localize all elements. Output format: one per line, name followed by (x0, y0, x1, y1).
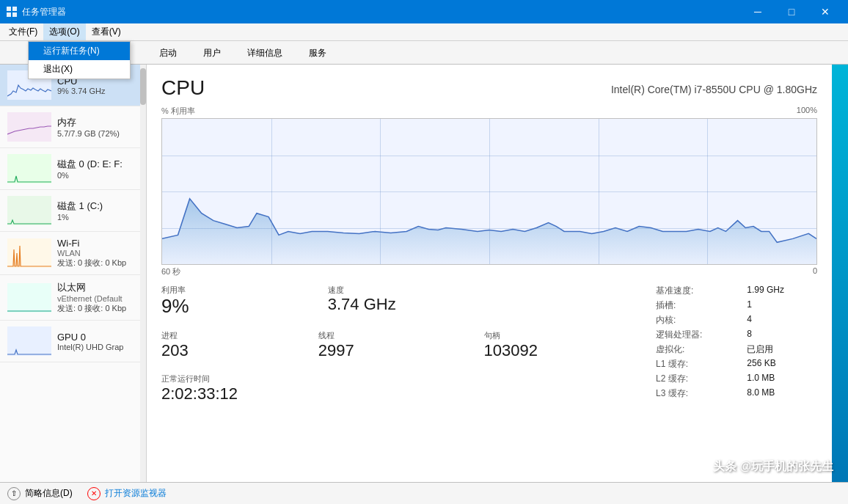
speed-group: 速度 3.74 GHz (328, 285, 517, 317)
tab-services[interactable]: 服务 (296, 42, 339, 64)
tab-details[interactable]: 详细信息 (235, 42, 295, 64)
sidebar-thumb-eth (7, 283, 51, 313)
menu-options[interactable]: 选项(O) (43, 23, 85, 40)
uptime-value: 2:02:33:12 (161, 384, 656, 403)
disk1-sidebar-stat: 1% (57, 213, 139, 222)
grid-vline-3 (489, 119, 490, 264)
svg-rect-0 (7, 7, 11, 11)
main-layout: CPU 9% 3.74 GHz 内存 5.7/7.9 GB (72%) (0, 65, 848, 482)
wifi-sidebar-stat: 发送: 0 接收: 0 Kbp (57, 258, 139, 269)
disk0-sidebar-stat: 0% (57, 171, 139, 180)
monitor-link[interactable]: 打开资源监视器 (105, 487, 167, 500)
status-bar: ⇧ 简略信息(D) ✕ 打开资源监视器 (0, 482, 848, 504)
sidebar-thumb-gpu (7, 326, 51, 356)
chevron-up-icon: ⇧ (7, 487, 21, 500)
status-monitor: ✕ 打开资源监视器 (87, 487, 167, 500)
dropdown-exit[interactable]: 退出(X) (29, 60, 130, 78)
menu-file[interactable]: 文件(F) (3, 23, 43, 40)
uptime-label: 正常运行时间 (161, 373, 656, 384)
uptime-group: 正常运行时间 2:02:33:12 (161, 373, 656, 403)
chart-y-label: % 利用率 (161, 106, 195, 117)
app-icon (6, 6, 18, 18)
sidebar-thumb-disk0 (7, 154, 51, 183)
wifi-sidebar-stat2: WLAN (57, 249, 139, 258)
sockets-value: 1 (747, 299, 817, 312)
svg-rect-3 (12, 12, 17, 17)
sidebar-info-memory: 内存 5.7/7.9 GB (72%) (57, 116, 139, 138)
virt-label: 虚拟化: (656, 343, 735, 356)
thread-group: 线程 2997 (318, 330, 472, 360)
chart-x-right: 0 (813, 266, 817, 277)
sidebar-item-gpu[interactable]: GPU 0 Intel(R) UHD Grap (0, 321, 146, 362)
sidebar-info-wifi: Wi-Fi WLAN 发送: 0 接收: 0 Kbp (57, 238, 139, 269)
disk0-sidebar-name: 磁盘 0 (D: E: F: (57, 158, 139, 171)
summary-label[interactable]: 简略信息(D) (25, 487, 73, 500)
disk1-sidebar-name: 磁盘 1 (C:) (57, 200, 139, 213)
stats-section: 利用率 9% 速度 3.74 GHz 进程 203 线程 299 (161, 285, 817, 409)
content-area: CPU Intel(R) Core(TM) i7-8550U CPU @ 1.8… (147, 65, 832, 482)
cpu-title: CPU (161, 76, 205, 100)
cpu-sidebar-stat: 9% 3.74 GHz (57, 87, 139, 95)
utilization-label: 利用率 (161, 285, 310, 296)
sidebar-thumb-memory (7, 112, 51, 142)
speed-value: 3.74 GHz (328, 296, 517, 313)
base-speed-label: 基准速度: (656, 285, 735, 297)
eth-sidebar-stat: 发送: 0 接收: 0 Kbp (57, 303, 139, 314)
scrollbar-thumb[interactable] (140, 68, 146, 105)
menu-view[interactable]: 查看(V) (86, 23, 127, 40)
maximize-button[interactable]: □ (775, 0, 808, 23)
virt-value: 已启用 (747, 343, 817, 356)
stats-row1: 利用率 9% 速度 3.74 GHz (161, 285, 656, 323)
grid-vline-1 (271, 119, 272, 264)
logical-label: 逻辑处理器: (656, 329, 735, 341)
cores-label: 内核: (656, 314, 735, 326)
tab-startup[interactable]: 启动 (147, 42, 189, 64)
l2-value: 1.0 MB (747, 373, 817, 385)
svg-rect-1 (12, 7, 17, 11)
scrollbar-track (140, 65, 146, 482)
svg-rect-2 (7, 12, 11, 17)
eth-sidebar-name: 以太网 (57, 281, 139, 294)
app-title: 任务管理器 (22, 6, 66, 18)
stats-row2: 进程 203 线程 2997 句柄 103092 (161, 330, 656, 366)
process-value: 203 (161, 341, 307, 360)
l3-label: L3 缓存: (656, 387, 735, 400)
thread-value: 2997 (318, 341, 472, 360)
teal-sidebar (832, 65, 848, 482)
grid-vline-4 (599, 119, 599, 264)
sidebar-item-memory[interactable]: 内存 5.7/7.9 GB (72%) (0, 106, 146, 148)
logical-value: 8 (747, 329, 817, 341)
chart-x-left: 60 秒 (161, 266, 180, 277)
close-button[interactable]: ✕ (808, 0, 842, 23)
monitor-icon: ✕ (87, 487, 100, 500)
gpu-sidebar-stat: Intel(R) UHD Grap (57, 343, 139, 351)
sidebar-info-disk0: 磁盘 0 (D: E: F: 0% (57, 158, 139, 180)
l1-label: L1 缓存: (656, 358, 735, 370)
process-group: 进程 203 (161, 330, 307, 360)
l2-label: L2 缓存: (656, 373, 735, 385)
sidebar-item-disk0[interactable]: 磁盘 0 (D: E: F: 0% (0, 148, 146, 190)
handle-label: 句柄 (484, 330, 656, 341)
sockets-label: 插槽: (656, 299, 735, 312)
status-left: ⇧ 简略信息(D) (7, 487, 73, 500)
sidebar-thumb-wifi (7, 238, 51, 268)
process-label: 进程 (161, 330, 307, 341)
sidebar-item-eth[interactable]: 以太网 vEthernet (Default 发送: 0 接收: 0 Kbp (0, 275, 146, 321)
cpu-chart (161, 118, 817, 265)
file-dropdown: 运行新任务(N) 退出(X) (28, 41, 131, 79)
tab-users[interactable]: 用户 (191, 42, 233, 64)
sidebar-item-wifi[interactable]: Wi-Fi WLAN 发送: 0 接收: 0 Kbp (0, 232, 146, 275)
stats-left: 利用率 9% 速度 3.74 GHz 进程 203 线程 299 (161, 285, 656, 409)
speed-label: 速度 (328, 285, 517, 296)
menu-bar: 文件(F) 选项(O) 查看(V) 运行新任务(N) 退出(X) (0, 23, 848, 41)
wifi-sidebar-name: Wi-Fi (57, 238, 139, 249)
title-bar: 任务管理器 ─ □ ✕ (0, 0, 848, 23)
dropdown-run-task[interactable]: 运行新任务(N) (29, 42, 130, 60)
memory-sidebar-name: 内存 (57, 116, 139, 129)
sidebar-info-disk1: 磁盘 1 (C:) 1% (57, 200, 139, 222)
window-controls: ─ □ ✕ (741, 0, 842, 23)
sidebar-item-disk1[interactable]: 磁盘 1 (C:) 1% (0, 190, 146, 232)
minimize-button[interactable]: ─ (741, 0, 775, 23)
handle-value: 103092 (484, 341, 656, 360)
utilization-value: 9% (161, 296, 310, 317)
